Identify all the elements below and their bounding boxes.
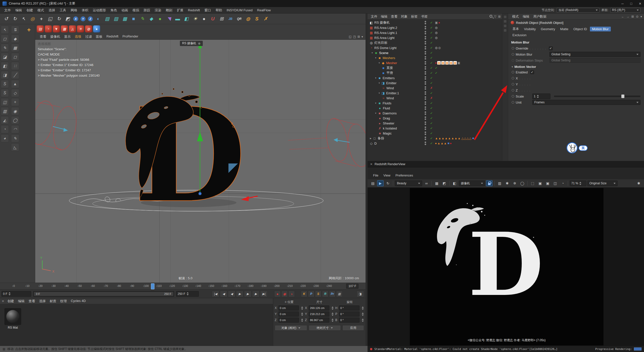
spline-pen-icon[interactable]: ✎ (138, 15, 146, 23)
workplane-icon[interactable]: ⊞ (218, 15, 226, 23)
region-render-icon[interactable]: ⬚ (529, 180, 536, 186)
rs-tag-icon[interactable]: ● (474, 137, 476, 140)
menu-item[interactable]: 编辑 (13, 8, 24, 12)
constraint-tag-icon[interactable]: ■ (472, 137, 474, 140)
last-tool-icon[interactable]: ◩ (64, 15, 72, 23)
layers-icon[interactable]: ⊞ (498, 15, 501, 18)
object-menu-item[interactable]: 标签 (409, 14, 419, 19)
play-button[interactable]: ▶ (236, 291, 244, 297)
filter-icon[interactable]: ▽ (494, 15, 496, 18)
texture-tag-icon[interactable]: ▦ (445, 61, 449, 65)
range-end-field[interactable]: 250 F (176, 291, 199, 297)
apply-button[interactable]: 应用 (342, 325, 364, 331)
attribute-menu-item[interactable]: 用户数据 (531, 14, 548, 19)
size-x-field[interactable]: 269.126 cm (309, 305, 329, 311)
collapsed-caret-icon[interactable]: ▶ (369, 137, 372, 140)
timeline-options-button[interactable]: ◨ (356, 291, 364, 297)
object-row[interactable]: ★Magic✓ (368, 131, 502, 136)
go-to-start-button[interactable]: |◀ (212, 291, 219, 297)
search-icon[interactable] (490, 15, 492, 18)
z-axis-lock-icon[interactable]: Z (87, 15, 94, 23)
enabled-checkbox[interactable]: ✓ (530, 70, 534, 74)
select-arrow-icon[interactable]: ↖ (20, 15, 28, 23)
snapshot-save-icon[interactable]: ▤ (370, 180, 376, 186)
crop-icon[interactable]: ◩ (441, 180, 448, 186)
position-x-field[interactable]: 0 cm (278, 305, 299, 311)
subsection-header[interactable]: Motion Vector (514, 65, 536, 69)
pen-tool-icon[interactable]: ✎ (1, 44, 9, 52)
current-frame-field[interactable]: 107 F (346, 284, 358, 289)
object-row[interactable]: ▦RS Area Light.2✓◎ (368, 25, 502, 30)
spinner[interactable] (9, 292, 11, 296)
go-to-end-button[interactable]: ▶| (260, 291, 268, 297)
xp-tag-icon[interactable]: ● (435, 142, 437, 145)
material-menu-item[interactable]: 材质 (48, 299, 58, 303)
visibility-dots[interactable] (424, 71, 426, 75)
size-z-field[interactable]: 86.967 cm (309, 318, 329, 323)
disabled-icon[interactable]: ✗ (429, 86, 433, 90)
menu-item[interactable]: 模式 (35, 8, 46, 12)
y-axis-lock-icon[interactable]: Y (80, 15, 86, 23)
smooth-tool-icon[interactable]: S (1, 89, 9, 97)
scale-field[interactable]: 1 (532, 94, 550, 99)
denoise-icon[interactable]: ◔ (559, 180, 566, 186)
menu-item[interactable]: 文件 (2, 8, 13, 12)
visibility-dots[interactable] (424, 137, 426, 140)
image-b-icon[interactable]: ▣ (544, 180, 551, 186)
range-start-field[interactable]: 0 F (2, 291, 31, 297)
rotation-b-field[interactable]: 0 ° (339, 318, 359, 323)
object-row[interactable]: ▸Sheeter✓ (368, 121, 502, 126)
visibility-dots[interactable] (424, 86, 426, 90)
object-row[interactable]: ◔RS Dome Light✓◎◍ (368, 45, 502, 50)
extrude-tool-icon[interactable]: ◧ (1, 62, 9, 70)
menu-item[interactable]: 工具 (57, 8, 68, 12)
menu-item[interactable]: 渲染 (152, 8, 164, 12)
texture-mode-icon[interactable]: ▦ (11, 44, 19, 52)
pixel-probe-icon[interactable]: ▥ (496, 180, 503, 186)
material-menu-item[interactable]: 编辑 (16, 299, 27, 303)
object-row[interactable]: ▦RS Area Light.1✓◎ (368, 30, 502, 35)
pla-track-toggle[interactable]: ▦ (336, 291, 343, 297)
grid-icon[interactable]: ▦ (433, 180, 440, 186)
visibility-dots[interactable] (424, 31, 426, 34)
compare-icon[interactable]: ◯ (519, 180, 526, 186)
measure-tool-icon[interactable]: ◔ (1, 125, 9, 133)
deformer-icon[interactable]: ◥ (165, 15, 173, 23)
pane-menu-icon[interactable]: ▾ (361, 35, 363, 38)
motion-blur-dropdown[interactable]: Global Setting (549, 52, 640, 57)
object-menu-item[interactable]: 对象 (399, 14, 409, 19)
object-row[interactable]: ▦RS Area Light✓◎ (368, 35, 502, 40)
menu-item[interactable]: Redshift (186, 8, 202, 12)
visibility-dots[interactable] (424, 106, 426, 110)
texture-tag-icon[interactable]: ▦ (453, 61, 457, 65)
collapse-caret-icon[interactable]: ▼ (511, 66, 513, 68)
anim-dot-icon[interactable] (512, 53, 514, 56)
polygon-select-icon[interactable]: ◺ (11, 143, 19, 151)
link-icon[interactable]: ∞ (423, 180, 430, 186)
primitive-cube-icon[interactable]: ■ (130, 15, 138, 23)
menu-item[interactable]: 网格 (68, 8, 79, 12)
object-row[interactable]: ▼■Fluids✓ (368, 101, 502, 106)
scale-icon[interactable]: ◱ (46, 15, 54, 23)
attribute-tab[interactable]: Matte (558, 27, 571, 31)
viewport-menu-item[interactable]: 过滤 (83, 34, 94, 39)
object-row[interactable]: ▼■Scene✓ (368, 50, 502, 55)
expand-caret-icon[interactable]: ▼ (374, 102, 377, 104)
maximize-button[interactable]: □ (630, 2, 632, 6)
visibility-dots[interactable] (424, 41, 426, 45)
vertical-splitter[interactable] (366, 14, 368, 346)
timeline-ruler[interactable]: 0102030405060708090100110120130140150160… (0, 283, 366, 290)
model-mode-icon[interactable]: ◆ (11, 35, 19, 43)
renderview-menu-item[interactable]: Preferences (393, 173, 416, 177)
freehand-select-icon[interactable]: ✎ (11, 134, 19, 142)
bucket-render-icon[interactable]: ◫ (552, 180, 558, 186)
object-row[interactable]: ▼■Daemons✓ (368, 111, 502, 116)
scale-track-toggle[interactable]: S (315, 291, 321, 297)
texture-tag-icon[interactable]: ▦ (449, 61, 453, 65)
compositing-tag-icon[interactable]: ◍ (438, 46, 440, 50)
mograph-icon[interactable]: ● (156, 15, 164, 23)
menu-item[interactable]: INSYDIUM Fused (224, 8, 255, 12)
object-row[interactable]: ≈Wind✗ (368, 96, 502, 101)
disabled-icon[interactable]: ✗ (429, 96, 433, 100)
object-row[interactable]: ●Drag✓ (368, 116, 502, 121)
